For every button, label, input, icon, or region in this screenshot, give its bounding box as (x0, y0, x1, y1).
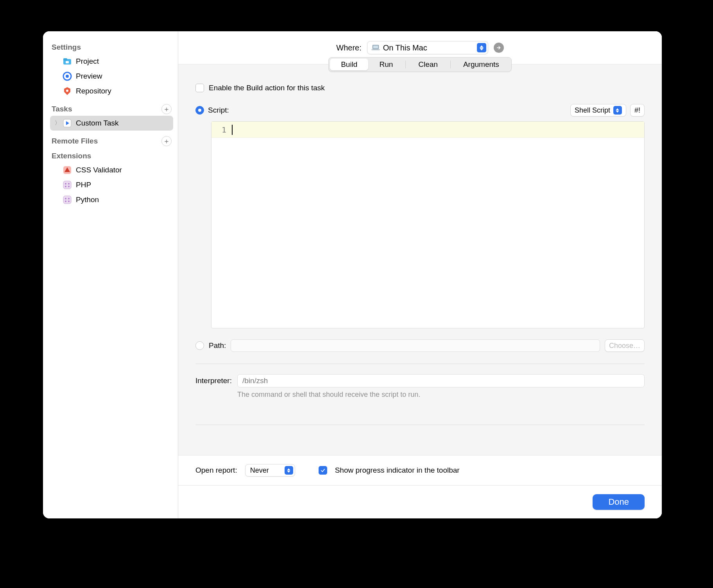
sidebar-section-settings: Settings (52, 43, 172, 52)
svg-rect-13 (63, 196, 71, 204)
sidebar-item-label: Python (76, 195, 99, 204)
report-bar: Open report: Never Show progress indicat… (178, 455, 662, 485)
svg-point-17 (68, 201, 70, 202)
footer: Done (178, 485, 662, 518)
shebang-button[interactable]: #! (630, 104, 645, 117)
tab-clean[interactable]: Clean (407, 59, 449, 70)
editor-line: 1 (211, 122, 644, 138)
svg-rect-8 (63, 181, 71, 189)
choose-button[interactable]: Choose… (605, 339, 645, 352)
sidebar-item-custom-task[interactable]: 〉 Custom Task (50, 116, 173, 131)
svg-point-15 (68, 198, 70, 199)
interpreter-input[interactable] (237, 374, 645, 387)
settings-window: Settings Project Preview Repository Task… (43, 31, 662, 518)
svg-rect-19 (373, 46, 378, 48)
text-cursor (232, 125, 233, 135)
svg-point-4 (66, 75, 69, 78)
tab-build[interactable]: Build (330, 59, 368, 70)
add-task-button[interactable]: ＋ (161, 104, 172, 114)
content-area: Build Run Clean Arguments Enable the Bui… (178, 64, 662, 518)
sidebar-item-label: Custom Task (76, 119, 118, 127)
path-label: Path: (209, 341, 226, 350)
show-progress-checkbox[interactable] (319, 466, 327, 475)
sidebar-item-label: Repository (76, 87, 111, 95)
svg-rect-2 (66, 61, 69, 63)
script-editor[interactable]: 1 (211, 121, 645, 328)
where-label: Where: (336, 43, 361, 52)
tab-run[interactable]: Run (368, 59, 404, 70)
path-radio[interactable] (195, 341, 204, 350)
chevron-right-icon: 〉 (55, 120, 60, 127)
python-icon (63, 195, 72, 204)
path-input[interactable] (231, 339, 600, 352)
sidebar-item-python[interactable]: Python (50, 192, 173, 207)
svg-point-12 (68, 186, 70, 187)
svg-rect-1 (63, 58, 67, 61)
sidebar-section-tasks: Tasks (52, 105, 72, 113)
play-task-icon (63, 118, 72, 128)
enable-build-label: Enable the Build action for this task (209, 84, 325, 92)
line-number: 1 (211, 125, 230, 134)
sidebar-section-remote: Remote Files (52, 137, 98, 145)
php-icon (63, 180, 72, 190)
sidebar-item-css-validator[interactable]: CSS Validator (50, 163, 173, 177)
where-value: On This Mac (383, 43, 474, 52)
show-progress-label: Show progress indicator in the toolbar (335, 466, 460, 475)
sidebar-item-label: PHP (76, 181, 91, 189)
script-radio[interactable] (195, 106, 204, 115)
where-go-button[interactable] (494, 43, 504, 53)
divider (195, 425, 645, 425)
sidebar-item-repository[interactable]: Repository (50, 84, 173, 99)
interpreter-label: Interpreter: (195, 374, 232, 385)
tab-arguments[interactable]: Arguments (452, 59, 510, 70)
laptop-icon (371, 45, 380, 51)
enable-build-checkbox[interactable] (195, 84, 204, 92)
sidebar-section-extensions: Extensions (52, 152, 172, 160)
folder-icon (63, 57, 72, 66)
sidebar-item-label: CSS Validator (76, 166, 122, 174)
main-panel: Where: On This Mac Build Run (178, 31, 662, 518)
sidebar-item-preview[interactable]: Preview (50, 69, 173, 84)
open-report-value: Never (250, 466, 269, 475)
divider (195, 364, 645, 364)
add-remote-button[interactable]: ＋ (161, 136, 172, 146)
repository-icon (63, 86, 72, 96)
svg-point-5 (66, 90, 68, 92)
svg-rect-20 (371, 49, 380, 50)
svg-point-11 (65, 186, 66, 187)
preview-target-icon (63, 72, 72, 81)
script-type-value: Shell Script (575, 106, 610, 115)
updown-caret-icon (285, 466, 293, 475)
sidebar-item-project[interactable]: Project (50, 54, 173, 69)
interpreter-hint: The command or shell that should receive… (237, 391, 645, 399)
css-validator-icon (63, 165, 72, 175)
sidebar: Settings Project Preview Repository Task… (43, 31, 178, 518)
svg-point-16 (65, 201, 66, 202)
svg-point-9 (65, 183, 66, 185)
svg-point-14 (65, 198, 66, 199)
open-report-label: Open report: (195, 466, 237, 475)
open-report-select[interactable]: Never (245, 464, 295, 477)
updown-caret-icon (477, 43, 486, 52)
sidebar-item-php[interactable]: PHP (50, 177, 173, 192)
svg-point-10 (68, 183, 70, 185)
script-label: Script: (208, 106, 229, 115)
sidebar-item-label: Project (76, 57, 99, 66)
where-select[interactable]: On This Mac (367, 41, 488, 54)
sidebar-item-label: Preview (76, 72, 102, 81)
done-button[interactable]: Done (593, 494, 645, 510)
updown-caret-icon (613, 106, 622, 115)
script-type-select[interactable]: Shell Script (570, 104, 626, 117)
task-action-tabs: Build Run Clean Arguments (328, 57, 512, 72)
